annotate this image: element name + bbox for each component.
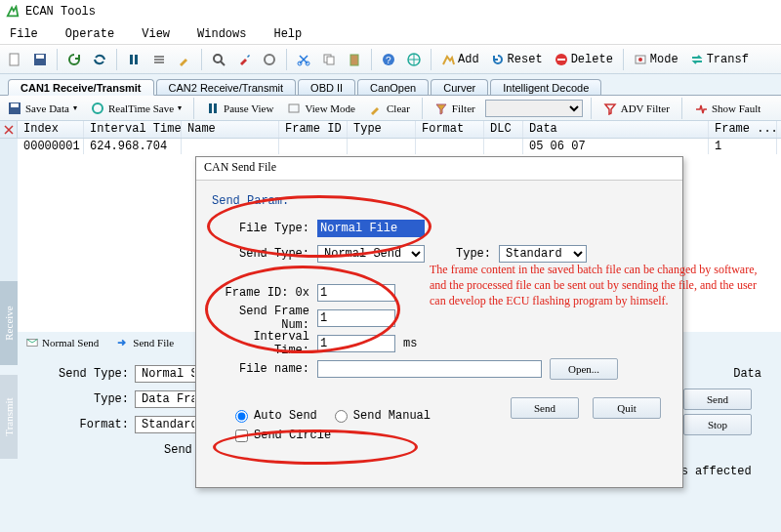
internet-icon[interactable]	[403, 49, 425, 70]
delete-button[interactable]: Delete	[551, 49, 617, 70]
reset-button[interactable]: Reset	[487, 49, 547, 70]
table-row[interactable]: 00000001 624.968.704 05 06 07 1	[18, 139, 781, 154]
clear-button[interactable]: Clear	[365, 98, 414, 119]
tab-normal-send[interactable]: Normal Send	[20, 334, 104, 351]
side-tab-transmit[interactable]: Transmit	[0, 375, 18, 459]
open-button[interactable]: Open...	[550, 358, 618, 380]
menu-operate[interactable]: Operate	[65, 27, 114, 41]
col-dlc[interactable]: DLC	[484, 121, 523, 138]
filename-input[interactable]	[317, 360, 542, 378]
copy-icon[interactable]	[318, 49, 340, 70]
title-bar: ECAN Tools	[0, 0, 781, 23]
svg-rect-26	[209, 103, 212, 113]
tab-can1[interactable]: CAN1 Receive/Transmit	[8, 79, 154, 96]
svg-rect-20	[557, 59, 565, 61]
menu-bar: File Operate View Windows Help	[0, 23, 781, 45]
tx-sendtype-label: Send Type:	[59, 367, 129, 381]
menu-help[interactable]: Help	[273, 27, 302, 41]
brush-icon[interactable]	[174, 49, 195, 70]
svg-rect-27	[214, 103, 217, 113]
svg-rect-0	[10, 54, 19, 65]
save-data-button[interactable]: Save Data▾	[4, 98, 81, 119]
adv-filter-button[interactable]: ADV Filter	[599, 98, 674, 119]
app-icon	[6, 5, 20, 19]
tab-obd[interactable]: OBD II	[298, 79, 355, 95]
side-tab-receive[interactable]: Receive	[0, 281, 18, 365]
settings-icon[interactable]	[259, 49, 280, 70]
annotation-text: The frame content in the saved batch fil…	[430, 262, 761, 309]
main-toolbar: ? Add Reset Delete Mode Transf	[0, 45, 781, 74]
filter-button[interactable]: Filter	[431, 98, 479, 119]
dlg-quit-button[interactable]: Quit	[593, 397, 661, 419]
col-data[interactable]: Data	[523, 121, 709, 138]
col-frameid[interactable]: Frame ID	[279, 121, 348, 138]
paste-icon[interactable]	[344, 49, 365, 70]
dlg-type-select[interactable]: Standard	[499, 245, 587, 263]
view-mode-button[interactable]: View Mode	[283, 98, 359, 119]
pause-view-button[interactable]: Pause View	[202, 98, 277, 119]
window-title: ECAN Tools	[25, 5, 96, 19]
tx-send-button[interactable]: Send	[683, 389, 752, 410]
svg-rect-6	[154, 59, 164, 61]
tab-canopen[interactable]: CanOpen	[357, 79, 429, 95]
annotation-oval-3	[213, 430, 418, 465]
tab-intdecode[interactable]: Intelligent Decode	[490, 79, 601, 95]
list-icon[interactable]	[148, 49, 170, 70]
col-interval[interactable]: Interval Time	[84, 121, 182, 138]
refresh-icon[interactable]	[63, 49, 85, 70]
svg-line-9	[221, 61, 225, 65]
realtime-save-button[interactable]: RealTime Save▾	[87, 98, 185, 119]
svg-rect-3	[130, 55, 133, 64]
tab-curver[interactable]: Curver	[431, 79, 488, 95]
filename-label: File name:	[212, 362, 309, 376]
pause-icon[interactable]	[123, 49, 144, 70]
svg-rect-7	[154, 61, 164, 63]
new-icon[interactable]	[4, 49, 25, 70]
dlg-type-label: Type:	[456, 247, 491, 261]
intervaltime-unit: ms	[403, 337, 417, 350]
search-icon[interactable]	[208, 49, 229, 70]
svg-text:?: ?	[386, 56, 391, 66]
mode-button[interactable]: Mode	[630, 49, 682, 70]
svg-rect-4	[135, 55, 138, 64]
col-name[interactable]: Name	[182, 121, 279, 138]
annotation-oval-1	[207, 195, 432, 258]
help2-icon[interactable]: ?	[378, 49, 399, 70]
grid-header: Index Interval Time Name Frame ID Type F…	[18, 121, 781, 139]
tx-stop-button[interactable]: Stop	[683, 414, 752, 435]
col-format[interactable]: Format	[416, 121, 484, 138]
svg-rect-2	[36, 55, 44, 59]
close-panel-icon[interactable]	[0, 121, 18, 139]
dialog-title: CAN Send File	[196, 157, 682, 181]
tools-icon[interactable]	[233, 49, 255, 70]
svg-rect-5	[154, 56, 164, 58]
svg-point-10	[265, 55, 274, 64]
annotation-oval-2	[205, 266, 400, 353]
col-index[interactable]: Index	[18, 121, 84, 138]
dlg-send-button[interactable]: Send	[511, 397, 579, 419]
menu-file[interactable]: File	[10, 27, 38, 41]
svg-rect-28	[289, 104, 299, 112]
svg-point-22	[638, 58, 642, 61]
tx-type-label: Type:	[59, 392, 129, 406]
auto-send-radio[interactable]: Auto Send	[235, 409, 317, 423]
add-button[interactable]: Add	[437, 49, 483, 70]
tx-data-label: Data	[733, 367, 761, 381]
svg-rect-15	[350, 55, 358, 65]
tx-format-label: Format:	[59, 418, 129, 431]
svg-rect-14	[327, 57, 334, 64]
transf-button[interactable]: Transf	[686, 49, 753, 70]
show-fault-button[interactable]: Show Fault	[690, 98, 764, 119]
send-manual-radio[interactable]: Send Manual	[335, 409, 431, 423]
cycle-icon[interactable]	[89, 49, 110, 70]
col-type[interactable]: Type	[348, 121, 416, 138]
svg-point-25	[93, 103, 103, 113]
filter-select[interactable]	[485, 100, 583, 117]
col-frame[interactable]: Frame ...	[709, 121, 777, 138]
cut-icon[interactable]	[293, 49, 314, 70]
tab-send-file[interactable]: Send File	[110, 334, 180, 351]
save-icon[interactable]	[29, 49, 51, 70]
tab-can2[interactable]: CAN2 Receive/Transmit	[156, 79, 297, 95]
menu-windows[interactable]: Windows	[197, 27, 246, 41]
menu-view[interactable]: View	[142, 27, 170, 41]
